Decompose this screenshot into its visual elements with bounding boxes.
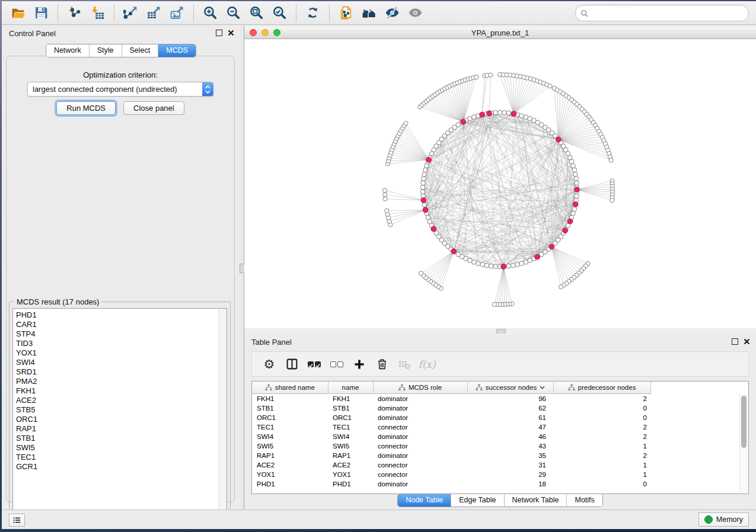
table-scrollbar-thumb[interactable] — [741, 396, 747, 448]
network-node[interactable] — [420, 190, 425, 194]
table-tab-node-table[interactable]: Node Table — [398, 494, 451, 507]
column-header-shared-name[interactable]: shared name — [252, 382, 328, 393]
table-row[interactable]: TEC1TEC1connector472 — [252, 422, 650, 432]
tab-mcds[interactable]: MCDS — [158, 44, 196, 57]
network-node[interactable] — [426, 215, 430, 220]
table-tab-network-table[interactable]: Network Table — [504, 494, 567, 507]
network-node[interactable] — [519, 261, 524, 266]
table-cell[interactable]: 1 — [553, 460, 650, 470]
network-node[interactable] — [476, 261, 481, 266]
zoom-selected-button[interactable] — [268, 3, 291, 23]
network-node[interactable] — [480, 262, 485, 267]
horizontal-splitter[interactable] — [244, 328, 756, 334]
table-cell[interactable]: 1 — [553, 470, 650, 479]
network-from-file-button[interactable] — [334, 3, 358, 23]
network-node[interactable] — [572, 168, 577, 172]
float-table-panel-icon[interactable] — [732, 338, 738, 345]
run-mcds-button[interactable]: Run MCDS — [56, 101, 116, 115]
table-cell[interactable]: PHD1 — [328, 479, 373, 489]
select-all-button[interactable] — [303, 354, 326, 374]
table-row[interactable]: STB1STB1dominator620 — [252, 403, 650, 413]
table-cell[interactable]: YOX1 — [252, 470, 328, 479]
table-cell[interactable]: 0 — [553, 403, 650, 413]
table-row[interactable]: ORC1ORC1dominator610 — [252, 413, 650, 422]
settings-button[interactable]: ⚙ — [258, 354, 280, 374]
leaf-node[interactable] — [548, 84, 552, 88]
table-cell[interactable]: 2 — [553, 393, 650, 403]
table-cell[interactable]: SWI5 — [252, 441, 328, 451]
network-node[interactable] — [506, 111, 511, 116]
table-row[interactable]: ACE2ACE2connector311 — [252, 460, 650, 470]
mcds-hub-node[interactable] — [423, 207, 428, 213]
table-cell[interactable]: 46 — [467, 432, 553, 441]
leaf-node[interactable] — [489, 73, 493, 77]
search-input[interactable] — [591, 7, 744, 20]
mcds-result-item[interactable]: ACE2 — [13, 396, 227, 405]
zoom-fit-button[interactable] — [245, 3, 268, 23]
task-history-button[interactable] — [9, 514, 25, 527]
network-node[interactable] — [573, 172, 578, 177]
leaf-node[interactable] — [385, 209, 389, 213]
mcds-hub-node[interactable] — [535, 254, 540, 259]
table-row[interactable]: YOX1YOX1connector291 — [252, 470, 650, 479]
table-cell[interactable]: dominator — [373, 413, 467, 422]
table-cell[interactable]: ORC1 — [252, 413, 328, 422]
network-node[interactable] — [571, 164, 576, 168]
table-cell[interactable]: 2 — [553, 422, 650, 432]
mcds-result-item[interactable]: CAR1 — [13, 320, 227, 329]
network-graph[interactable] — [244, 39, 756, 328]
mcds-hub-node[interactable] — [511, 111, 516, 117]
table-cell[interactable]: 29 — [467, 470, 553, 479]
table-cell[interactable]: 0 — [553, 413, 650, 422]
table-cell[interactable]: ACE2 — [252, 460, 328, 470]
table-cell[interactable]: 18 — [467, 479, 553, 489]
mcds-result-item[interactable]: YOX1 — [13, 348, 227, 358]
leaf-node[interactable] — [610, 198, 614, 203]
column-header-predecessor-nodes[interactable]: predecessor nodes — [553, 382, 650, 393]
table-row[interactable]: RAP1RAP1dominator352 — [252, 451, 650, 460]
table-cell[interactable]: STB1 — [252, 403, 328, 413]
leaf-node[interactable] — [474, 75, 479, 79]
save-session-button[interactable] — [30, 3, 53, 23]
table-cell[interactable]: 61 — [467, 413, 553, 422]
mcds-result-item[interactable]: PMA2 — [13, 377, 227, 386]
leaf-node[interactable] — [382, 188, 387, 193]
table-cell[interactable]: 62 — [467, 403, 553, 413]
mcds-result-item[interactable]: STB5 — [13, 405, 227, 415]
leaf-node[interactable] — [383, 197, 387, 201]
network-node[interactable] — [574, 177, 579, 181]
mcds-hub-node[interactable] — [549, 244, 554, 249]
column-header-name[interactable]: name — [328, 382, 373, 393]
network-node[interactable] — [569, 159, 574, 164]
mcds-result-item[interactable]: GCR1 — [13, 462, 227, 472]
memory-button[interactable]: Memory — [698, 512, 749, 527]
table-cell[interactable]: connector — [373, 441, 467, 451]
search-box[interactable] — [575, 5, 749, 21]
network-node[interactable] — [497, 110, 502, 115]
table-cell[interactable]: TEC1 — [328, 422, 373, 432]
table-cell[interactable]: connector — [373, 422, 467, 432]
show-all-button[interactable] — [404, 3, 427, 23]
network-node[interactable] — [422, 172, 427, 177]
table-cell[interactable]: 1 — [553, 441, 650, 451]
table-cell[interactable]: dominator — [373, 451, 467, 460]
network-node[interactable] — [423, 168, 428, 172]
network-node[interactable] — [484, 263, 489, 268]
table-cell[interactable]: 47 — [467, 422, 553, 432]
leaf-node[interactable] — [383, 193, 387, 197]
mcds-hub-node[interactable] — [487, 111, 492, 116]
table-tab-motifs[interactable]: Motifs — [566, 494, 602, 507]
network-node[interactable] — [420, 185, 425, 190]
table-cell[interactable]: dominator — [373, 432, 467, 441]
deselect-all-button[interactable] — [326, 354, 348, 374]
network-node[interactable] — [489, 264, 493, 268]
network-canvas[interactable] — [244, 39, 756, 328]
mcds-hub-node[interactable] — [573, 202, 578, 207]
network-node[interactable] — [425, 164, 429, 168]
float-panel-icon[interactable] — [216, 30, 222, 36]
network-node[interactable] — [511, 263, 515, 268]
close-panel-icon[interactable] — [228, 30, 234, 36]
table-cell[interactable]: SWI4 — [252, 432, 328, 441]
network-node[interactable] — [422, 203, 427, 207]
mcds-result-item[interactable]: SWI5 — [13, 443, 227, 453]
